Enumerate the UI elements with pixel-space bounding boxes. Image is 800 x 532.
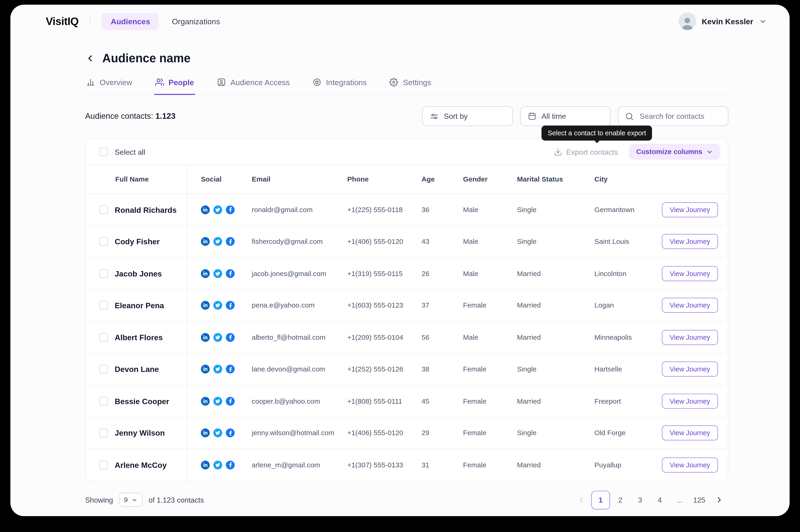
twitter-icon[interactable] [214, 205, 222, 214]
tab-people[interactable]: People [154, 78, 195, 94]
bar-chart-icon [86, 78, 95, 87]
date-filter-button[interactable]: All time [520, 107, 611, 126]
controls-row: Audience contacts: 1.123 Sort by [85, 107, 729, 126]
twitter-icon[interactable] [214, 333, 222, 342]
prev-page-button[interactable] [571, 491, 590, 509]
contact-email: ronaldr@gmail.com [252, 206, 347, 213]
row-checkbox[interactable] [99, 333, 108, 342]
back-button[interactable] [85, 53, 95, 63]
table-row: Bessie Cooper [86, 385, 728, 417]
view-journey-button[interactable]: View Journey [662, 362, 718, 377]
linkedin-icon[interactable] [201, 333, 210, 342]
view-journey-button[interactable]: View Journey [662, 457, 718, 472]
customize-columns-button[interactable]: Customize columns [630, 144, 720, 160]
select-all[interactable]: Select all [99, 147, 145, 156]
contact-city: Logan [595, 302, 662, 309]
page-button[interactable]: 125 [690, 491, 709, 509]
next-page-button[interactable] [710, 491, 728, 509]
id-card-icon [217, 78, 226, 87]
contact-phone: +1(307) 555-0133 [347, 461, 421, 469]
page-button[interactable]: 3 [631, 491, 649, 509]
contact-city: Freeport [595, 397, 662, 405]
user-menu[interactable]: Kevin Kessler [678, 12, 767, 30]
facebook-icon[interactable] [226, 333, 235, 342]
row-checkbox[interactable] [99, 301, 108, 310]
tab-settings[interactable]: Settings [388, 78, 432, 94]
tab-integrations[interactable]: Integrations [311, 78, 368, 94]
view-journey-button[interactable]: View Journey [662, 234, 718, 249]
linkedin-icon[interactable] [201, 397, 210, 405]
search-input[interactable] [639, 112, 721, 121]
facebook-icon[interactable] [226, 429, 235, 437]
linkedin-icon[interactable] [201, 269, 210, 278]
contact-name: Jenny Wilson [115, 429, 165, 437]
tab-audience-access[interactable]: Audience Access [216, 78, 291, 94]
linkedin-icon[interactable] [201, 237, 210, 246]
tab-overview[interactable]: Overview [85, 78, 133, 94]
twitter-icon[interactable] [214, 397, 222, 405]
row-checkbox[interactable] [99, 205, 108, 214]
calendar-icon [528, 112, 537, 120]
facebook-icon[interactable] [226, 205, 235, 214]
row-checkbox[interactable] [99, 461, 108, 470]
nav-item-organizations[interactable]: Organizations [163, 13, 229, 30]
facebook-icon[interactable] [226, 461, 235, 470]
twitter-icon[interactable] [214, 301, 222, 310]
row-checkbox[interactable] [99, 269, 108, 278]
page-button[interactable]: 1 [591, 491, 610, 509]
twitter-icon[interactable] [214, 269, 222, 278]
page-size-select[interactable]: 9 [119, 493, 143, 507]
filter-controls: Sort by All time [422, 107, 728, 126]
contact-phone: +1(406) 555-0120 [347, 429, 421, 437]
page-button[interactable]: 2 [611, 491, 630, 509]
contact-gender: Female [463, 302, 517, 309]
sort-by-button[interactable]: Sort by [422, 107, 513, 126]
facebook-icon[interactable] [226, 301, 235, 310]
social-cell [187, 237, 252, 246]
contacts-table: Select a contact to enable export Select… [85, 139, 729, 481]
tab-bar: Overview People Audience Access [85, 78, 729, 95]
export-contacts-button[interactable]: Export contacts [551, 147, 621, 156]
nav-item-audiences[interactable]: Audiences [102, 13, 159, 30]
contact-name: Arlene McCoy [115, 461, 166, 470]
linkedin-icon[interactable] [201, 301, 210, 310]
select-all-checkbox[interactable] [99, 147, 108, 156]
contact-phone: +1(319) 555-0115 [347, 269, 421, 277]
view-journey-button[interactable]: View Journey [662, 266, 718, 281]
twitter-icon[interactable] [214, 429, 222, 437]
linkedin-icon[interactable] [201, 365, 210, 374]
view-journey-button[interactable]: View Journey [662, 394, 718, 408]
view-journey-button[interactable]: View Journey [662, 298, 718, 313]
twitter-icon[interactable] [214, 365, 222, 374]
linkedin-icon[interactable] [201, 205, 210, 214]
row-checkbox[interactable] [99, 365, 108, 374]
facebook-icon[interactable] [226, 237, 235, 246]
view-journey-button[interactable]: View Journey [662, 202, 718, 217]
view-journey-button[interactable]: View Journey [662, 330, 718, 345]
social-cell [187, 461, 252, 470]
contact-email: alberto_fl@hotmail.com [252, 334, 347, 341]
contact-age: 29 [421, 429, 463, 437]
contact-gender: Male [463, 238, 517, 245]
facebook-icon[interactable] [226, 397, 235, 405]
contact-age: 56 [421, 334, 463, 341]
linkedin-icon[interactable] [201, 461, 210, 470]
page-button[interactable]: 4 [651, 491, 669, 509]
facebook-icon[interactable] [226, 365, 235, 374]
row-checkbox[interactable] [99, 237, 108, 246]
facebook-icon[interactable] [226, 269, 235, 278]
view-journey-button[interactable]: View Journey [662, 425, 718, 440]
page-button[interactable]: ... [670, 491, 689, 509]
action-cell: View Journey [662, 425, 731, 440]
twitter-icon[interactable] [214, 237, 222, 246]
linkedin-icon[interactable] [201, 429, 210, 437]
contact-phone: +1(406) 555-0120 [347, 238, 421, 245]
table-row: Albert Flores [86, 322, 728, 354]
row-checkbox[interactable] [99, 397, 108, 405]
contact-city: Minneapolis [595, 334, 662, 341]
contact-age: 26 [421, 269, 463, 277]
export-tooltip: Select a contact to enable export [542, 126, 652, 140]
twitter-icon[interactable] [214, 461, 222, 470]
row-checkbox[interactable] [99, 429, 108, 437]
download-icon [553, 148, 562, 156]
